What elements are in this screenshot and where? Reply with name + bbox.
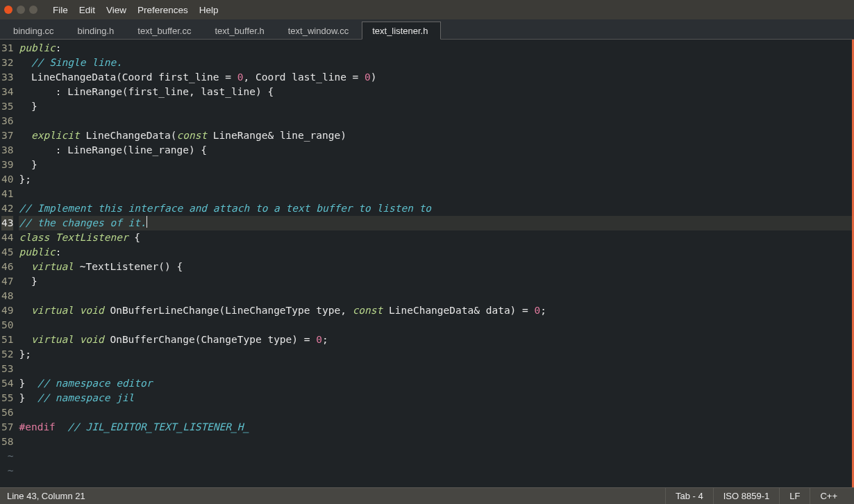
code-line[interactable]: // Implement this interface and attach t…	[19, 201, 854, 216]
code-line[interactable]: }	[19, 99, 854, 114]
menu-item-file[interactable]: File	[47, 2, 74, 18]
status-encoding[interactable]: ISO 8859-1	[713, 488, 780, 504]
close-icon[interactable]	[4, 6, 12, 14]
menu-item-edit[interactable]: Edit	[74, 2, 101, 18]
code-line-empty	[19, 449, 854, 464]
line-number: 57	[1, 420, 13, 435]
code-line[interactable]: explicit LineChangeData(const LineRange&…	[19, 128, 854, 143]
line-number: 51	[1, 333, 13, 347]
code-line[interactable]: #endif // JIL_EDITOR_TEXT_LISTENER_H_	[19, 420, 854, 435]
line-number: 40	[1, 172, 13, 187]
line-number: 54	[1, 376, 13, 391]
text-cursor	[146, 216, 147, 228]
code-line[interactable]: // the changes of it.	[19, 216, 854, 230]
line-number: 41	[1, 187, 13, 201]
code-line[interactable]: // Single line.	[19, 56, 854, 70]
line-number: 49	[1, 303, 13, 318]
code-line[interactable]: : LineRange(first_line, last_line) {	[19, 85, 854, 99]
status-bar: Line 43, Column 21 Tab - 4 ISO 8859-1 LF…	[0, 487, 854, 504]
line-number: 55	[1, 391, 13, 405]
editor-area[interactable]: 3132333435363738394041424344454647484950…	[0, 40, 854, 487]
line-number: 58	[1, 435, 13, 449]
code-line[interactable]	[19, 187, 854, 201]
line-number: 36	[1, 114, 13, 128]
code-line[interactable]: }	[19, 158, 854, 172]
code-line[interactable]: };	[19, 347, 854, 362]
tab-binding-cc[interactable]: binding.cc	[3, 22, 67, 39]
code-line[interactable]: virtual ~TextListener() {	[19, 260, 854, 274]
menu-bar: FileEditViewPreferencesHelp	[0, 0, 854, 19]
code-line[interactable]: virtual void OnBufferChange(ChangeType t…	[19, 333, 854, 347]
code-line[interactable]	[19, 114, 854, 128]
code-line[interactable]	[19, 318, 854, 333]
window-controls	[4, 6, 37, 14]
tab-text-window-cc[interactable]: text_window.cc	[278, 22, 362, 39]
tab-binding-h[interactable]: binding.h	[67, 22, 128, 39]
minimize-icon[interactable]	[17, 6, 25, 14]
line-number: 38	[1, 143, 13, 158]
tab-text-listener-h[interactable]: text_listener.h	[362, 22, 441, 40]
status-language[interactable]: C++	[810, 488, 847, 504]
code-line[interactable]: } // namespace jil	[19, 391, 854, 405]
line-number: 35	[1, 99, 13, 114]
line-tilde: ~	[1, 464, 13, 478]
line-number: 32	[1, 56, 13, 70]
line-number: 44	[1, 230, 13, 245]
line-number: 42	[1, 201, 13, 216]
line-number: 47	[1, 274, 13, 289]
tab-text-buffer-h[interactable]: text_buffer.h	[204, 22, 277, 39]
code-content[interactable]: public: // Single line. LineChangeData(C…	[17, 40, 854, 487]
code-line[interactable]: } // namespace editor	[19, 376, 854, 391]
code-line[interactable]	[19, 362, 854, 376]
code-line[interactable]: public:	[19, 245, 854, 260]
code-line[interactable]: }	[19, 274, 854, 289]
line-number: 50	[1, 318, 13, 333]
status-position: Line 43, Column 21	[7, 488, 95, 504]
line-number: 52	[1, 347, 13, 362]
line-number: 48	[1, 289, 13, 303]
line-number: 39	[1, 158, 13, 172]
line-number-gutter: 3132333435363738394041424344454647484950…	[0, 40, 17, 487]
line-tilde: ~	[1, 449, 13, 464]
code-line[interactable]: public:	[19, 41, 854, 56]
menu-item-help[interactable]: Help	[194, 2, 224, 18]
code-line[interactable]	[19, 435, 854, 449]
menu-item-view[interactable]: View	[101, 2, 132, 18]
line-number: 46	[1, 260, 13, 274]
line-number: 31	[1, 41, 13, 56]
status-tab-width[interactable]: Tab - 4	[665, 488, 713, 504]
menu-item-preferences[interactable]: Preferences	[132, 2, 194, 18]
maximize-icon[interactable]	[29, 6, 37, 14]
code-line[interactable]: virtual void OnBufferLineChange(LineChan…	[19, 303, 854, 318]
line-number: 37	[1, 128, 13, 143]
tab-bar: binding.ccbinding.htext_buffer.cctext_bu…	[0, 19, 854, 40]
line-number: 33	[1, 70, 13, 85]
line-number: 43	[1, 216, 13, 230]
code-line[interactable]: class TextListener {	[19, 230, 854, 245]
code-line[interactable]	[19, 289, 854, 303]
line-number: 53	[1, 362, 13, 376]
status-line-ending[interactable]: LF	[779, 488, 810, 504]
code-line[interactable]: };	[19, 172, 854, 187]
menu-items: FileEditViewPreferencesHelp	[47, 2, 224, 18]
line-number: 45	[1, 245, 13, 260]
tab-text-buffer-cc[interactable]: text_buffer.cc	[127, 22, 204, 39]
code-line[interactable]: LineChangeData(Coord first_line = 0, Coo…	[19, 70, 854, 85]
code-line[interactable]: : LineRange(line_range) {	[19, 143, 854, 158]
line-number: 34	[1, 85, 13, 99]
code-line[interactable]	[19, 405, 854, 420]
code-line-empty	[19, 464, 854, 478]
line-number: 56	[1, 405, 13, 420]
